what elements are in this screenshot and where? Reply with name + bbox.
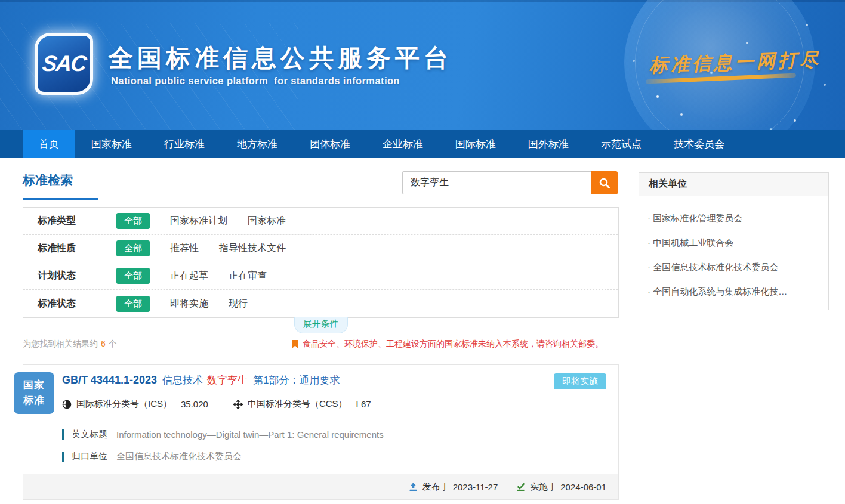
- published-label: 发布于: [422, 481, 449, 493]
- field-row-english-title: 英文标题 Information technology—Digital twin…: [62, 429, 606, 440]
- related-unit-link[interactable]: 全国自动化系统与集成标准化技…: [647, 286, 820, 298]
- field-value: Information technology—Digital twin—Part…: [116, 429, 384, 440]
- standard-title-highlight: 数字孪生: [207, 375, 248, 386]
- expand-conditions-button[interactable]: 展开条件: [294, 317, 348, 333]
- implemented-date-group: 实施于 2024-06-01: [516, 481, 606, 493]
- related-units-list: 国家标准化管理委员会 中国机械工业联合会 全国信息技术标准化技术委员会 全国自动…: [639, 196, 828, 310]
- published-date: 2023-11-27: [453, 482, 498, 492]
- nav-item-enterprise-standards[interactable]: 企业标准: [366, 130, 439, 158]
- related-unit-link[interactable]: 全国信息技术标准化技术委员会: [647, 262, 820, 273]
- field-label: 归口单位: [72, 451, 107, 462]
- nav-item-international-standards[interactable]: 国际标准: [439, 130, 512, 158]
- sidebar: 相关单位 国家标准化管理委员会 中国机械工业联合会 全国信息技术标准化技术委员会…: [639, 172, 829, 310]
- nav-item-group-standards[interactable]: 团体标准: [294, 130, 366, 158]
- filter-all-button[interactable]: 全部: [116, 240, 150, 256]
- card-footer: 发布于 2023-11-27 实施于 2024-06-01: [23, 474, 618, 499]
- globe-icon: [62, 400, 72, 409]
- filter-label: 标准类型: [38, 215, 85, 227]
- implemented-label: 实施于: [530, 481, 557, 493]
- classification-row: 国际标准分类号（ICS） 35.020 中国标准分类号（CCS） L67: [62, 398, 606, 418]
- nav-item-technical-committee[interactable]: 技术委员会: [658, 130, 741, 158]
- sac-logo-text: SAC: [41, 51, 87, 76]
- title-underline: [23, 198, 98, 200]
- search-button[interactable]: [591, 171, 618, 194]
- filter-row-standard-status: 标准状态 全部 即将实施 现行: [23, 290, 618, 317]
- check-icon: [516, 482, 526, 492]
- status-badge: 即将实施: [554, 373, 606, 389]
- filter-option[interactable]: 推荐性: [170, 242, 199, 255]
- ccs-label: 中国标准分类号（CCS）: [248, 398, 347, 410]
- ics-value: 35.020: [181, 399, 208, 409]
- filter-option[interactable]: 现行: [229, 298, 248, 310]
- standard-result-card: 国家 标准 GB/T 43441.1-2023信息技术数字孪生第1部分：通用要求…: [23, 364, 619, 500]
- field-label: 英文标题: [72, 429, 107, 440]
- filter-option[interactable]: 即将实施: [170, 298, 208, 310]
- filter-all-button[interactable]: 全部: [116, 296, 150, 312]
- filter-label: 标准状态: [38, 298, 85, 310]
- filter-label: 计划状态: [38, 270, 85, 282]
- related-units-panel: 相关单位 国家标准化管理委员会 中国机械工业联合会 全国信息技术标准化技术委员会…: [639, 172, 829, 310]
- sac-logo-inner: SAC: [38, 36, 90, 92]
- filter-row-standard-type: 标准类型 全部 国家标准计划 国家标准: [23, 208, 618, 235]
- nav-item-pilot[interactable]: 示范试点: [585, 130, 658, 158]
- filter-label: 标准性质: [38, 242, 85, 255]
- site-header: SAC 全国标准信息公共服务平台 National public service…: [0, 0, 845, 130]
- filter-option[interactable]: 正在审查: [229, 270, 267, 282]
- glow-dots-decoration: [656, 95, 659, 98]
- result-count-suffix: 个: [109, 339, 117, 348]
- standard-title-link[interactable]: GB/T 43441.1-2023信息技术数字孪生第1部分：通用要求: [62, 373, 340, 387]
- search-header: 标准检索: [23, 170, 619, 207]
- result-count-number: 6: [101, 339, 106, 348]
- site-title: 全国标准信息公共服务平台: [109, 42, 452, 75]
- system-notice: 食品安全、环境保护、工程建设方面的国家标准未纳入本系统，请咨询相关部委。: [292, 339, 603, 350]
- field-marker-bar: [62, 452, 64, 462]
- field-marker-bar: [62, 429, 64, 440]
- related-unit-link[interactable]: 中国机械工业联合会: [647, 237, 820, 249]
- standard-title-cn1: 信息技术: [162, 375, 203, 386]
- published-date-group: 发布于 2023-11-27: [408, 481, 498, 493]
- ics-label: 国际标准分类号（ICS）: [76, 398, 172, 410]
- type-badge-line2: 标准: [23, 393, 45, 409]
- filter-option[interactable]: 指导性技术文件: [219, 242, 286, 255]
- result-info-bar: 为您找到相关结果约6个 食品安全、环境保护、工程建设方面的国家标准未纳入本系统，…: [23, 337, 619, 351]
- filter-all-button[interactable]: 全部: [116, 268, 150, 284]
- compass-icon: [233, 400, 243, 409]
- search-icon: [599, 177, 610, 189]
- main-nav: 首页 国家标准 行业标准 地方标准 团体标准 企业标准 国际标准 国外标准 示范…: [0, 130, 845, 158]
- filter-option[interactable]: 国家标准计划: [170, 215, 227, 227]
- card-title-row: GB/T 43441.1-2023信息技术数字孪生第1部分：通用要求 即将实施: [62, 373, 606, 389]
- nav-item-local-standards[interactable]: 地方标准: [221, 130, 294, 158]
- page-title: 标准检索: [23, 170, 73, 188]
- result-count-prefix: 为您找到相关结果约: [23, 339, 98, 348]
- nav-item-industry-standards[interactable]: 行业标准: [148, 130, 221, 158]
- ccs-value: L67: [356, 399, 371, 409]
- field-row-committee: 归口单位 全国信息技术标准化技术委员会: [62, 451, 606, 462]
- sac-logo[interactable]: SAC: [35, 33, 93, 95]
- filter-panel: 标准类型 全部 国家标准计划 国家标准 标准性质 全部 推荐性 指导性技术文件 …: [23, 207, 619, 318]
- nav-item-national-standards[interactable]: 国家标准: [75, 130, 148, 158]
- upload-icon: [408, 482, 418, 492]
- filter-option[interactable]: 正在起草: [170, 270, 208, 282]
- site-subtitle: National public service platform for sta…: [111, 75, 400, 86]
- implemented-date: 2024-06-01: [560, 482, 606, 492]
- card-body: GB/T 43441.1-2023信息技术数字孪生第1部分：通用要求 即将实施 …: [23, 365, 618, 462]
- filter-row-plan-status: 计划状态 全部 正在起草 正在审查: [23, 262, 618, 290]
- filter-option[interactable]: 国家标准: [248, 215, 286, 227]
- type-badge-line1: 国家: [23, 378, 45, 393]
- nav-item-foreign-standards[interactable]: 国外标准: [512, 130, 585, 158]
- related-units-title: 相关单位: [639, 173, 828, 196]
- related-unit-link[interactable]: 国家标准化管理委员会: [647, 213, 820, 224]
- notice-text: 食品安全、环境保护、工程建设方面的国家标准未纳入本系统，请咨询相关部委。: [303, 339, 603, 350]
- result-count: 为您找到相关结果约6个: [23, 339, 117, 350]
- filter-all-button[interactable]: 全部: [116, 213, 150, 229]
- main-content: 标准检索 标准类型 全部 国家标准计划 国家标准 标准性质 全部 推荐性 指导性…: [23, 170, 619, 500]
- field-value: 全国信息技术标准化技术委员会: [116, 451, 242, 462]
- nav-item-home[interactable]: 首页: [23, 130, 75, 158]
- standard-title-cn2: 第1部分：通用要求: [253, 375, 340, 386]
- standard-type-badge: 国家 标准: [14, 372, 54, 414]
- bookmark-icon: [292, 340, 298, 349]
- search-box: [402, 171, 618, 194]
- filter-row-standard-nature: 标准性质 全部 推荐性 指导性技术文件: [23, 235, 618, 262]
- standard-code: GB/T 43441.1-2023: [62, 374, 157, 386]
- search-input[interactable]: [402, 171, 591, 194]
